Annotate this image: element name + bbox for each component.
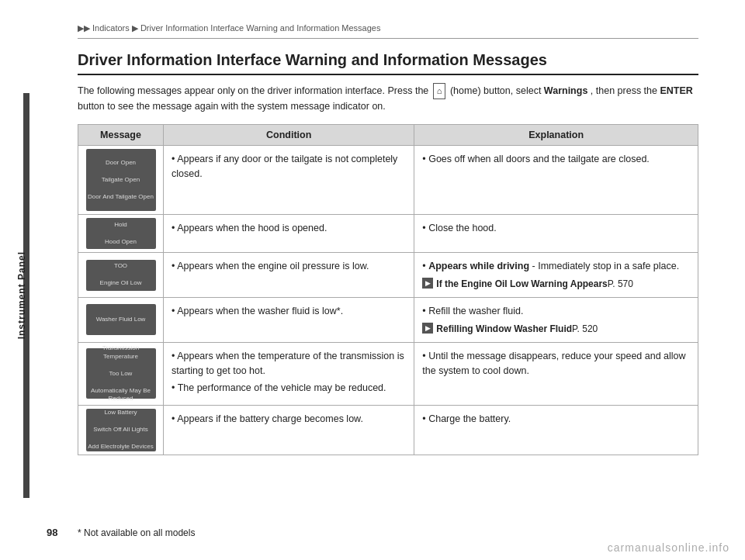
explanation-item: Close the hood. xyxy=(422,221,690,236)
condition-item: Appears when the engine oil pressure is … xyxy=(172,259,406,274)
intro-enter-bold: ENTER xyxy=(660,85,692,96)
table-row: HoldHood OpenAppears when the hood is op… xyxy=(78,215,698,253)
condition-item: Appears if the battery charge becomes lo… xyxy=(172,412,406,427)
explanation-item: Appears while driving - Immediately stop… xyxy=(422,259,690,274)
table-row: Washer Fluid LowAppears when the washer … xyxy=(78,298,698,343)
table-row: Door OpenTailgate OpenDoor And Tailgate … xyxy=(78,146,698,215)
col-header-message: Message xyxy=(78,125,164,146)
breadcrumb-arrow: ▶▶ xyxy=(78,23,90,33)
home-icon: ⌂ xyxy=(433,83,446,99)
sidebar-label-wrap: Instrument Panel xyxy=(0,93,43,498)
intro-text-middle: (home) button, select xyxy=(450,85,541,96)
condition-cell: Appears when the engine oil pressure is … xyxy=(164,253,414,298)
condition-item: Appears when the temperature of the tran… xyxy=(172,349,406,379)
intro-warnings-bold: Warnings xyxy=(544,85,587,96)
message-image-cell: Low BatterySwitch Off All LightsAdd Elec… xyxy=(78,406,164,455)
table-row: Transmission TemperatureToo LowAutomatic… xyxy=(78,342,698,405)
message-image-cell: Transmission TemperatureToo LowAutomatic… xyxy=(78,342,164,405)
message-image-cell: Door OpenTailgate OpenDoor And Tailgate … xyxy=(78,146,164,215)
breadcrumb: ▶▶ Indicators ▶ Driver Information Inter… xyxy=(78,23,698,39)
sidebar-label: Instrument Panel xyxy=(16,251,27,339)
breadcrumb-part2: Driver Information Interface Warning and… xyxy=(140,23,381,33)
condition-cell: Appears when the hood is opened. xyxy=(164,215,414,253)
breadcrumb-part1: Indicators xyxy=(92,23,130,33)
condition-item: Appears when the hood is opened. xyxy=(172,221,406,236)
reference-line: ▶Refilling Window Washer Fluid P. 520 xyxy=(422,322,690,336)
explanation-cell: Charge the battery. xyxy=(414,406,698,455)
watermark: carmanualsonline.info xyxy=(608,541,729,554)
condition-item: Appears if any door or the tailgate is n… xyxy=(172,152,406,181)
condition-item: The performance of the vehicle may be re… xyxy=(172,381,406,396)
warning-messages-table: Message Condition Explanation Door OpenT… xyxy=(78,124,698,455)
explanation-cell: Until the message disappears, reduce you… xyxy=(414,342,698,405)
breadcrumb-separator: ▶ xyxy=(132,23,140,33)
col-header-explanation: Explanation xyxy=(414,125,698,146)
ref-text: Refilling Window Washer Fluid xyxy=(436,322,572,336)
col-header-condition: Condition xyxy=(164,125,414,146)
explanation-item: Goes off when all doors and the tailgate… xyxy=(422,152,690,167)
explanation-cell: Close the hood. xyxy=(414,215,698,253)
ref-icon: ▶ xyxy=(422,323,433,334)
intro-text: The following messages appear only on th… xyxy=(78,83,698,113)
condition-cell: Appears when the washer fluid is low*. xyxy=(164,298,414,343)
page-number: 98 xyxy=(47,527,57,538)
condition-item: Appears when the washer fluid is low*. xyxy=(172,304,406,319)
table-row: Low BatterySwitch Off All LightsAdd Elec… xyxy=(78,406,698,455)
message-image-cell: TOOEngine Oil Low xyxy=(78,253,164,298)
intro-text-after: , then press the xyxy=(591,85,657,96)
message-image-cell: HoldHood Open xyxy=(78,215,164,253)
explanation-cell: Goes off when all doors and the tailgate… xyxy=(414,146,698,215)
ref-text: If the Engine Oil Low Warning Appears xyxy=(436,277,607,291)
reference-line: ▶If the Engine Oil Low Warning Appears P… xyxy=(422,277,690,291)
condition-cell: Appears when the temperature of the tran… xyxy=(164,342,414,405)
explanation-cell: Appears while driving - Immediately stop… xyxy=(414,253,698,298)
condition-cell: Appears if any door or the tailgate is n… xyxy=(164,146,414,215)
explanation-item: Until the message disappears, reduce you… xyxy=(422,349,690,379)
explanation-item: Refill the washer fluid. xyxy=(422,304,690,319)
explanation-item: Charge the battery. xyxy=(422,412,690,427)
ref-icon: ▶ xyxy=(422,278,433,289)
intro-text-before: The following messages appear only on th… xyxy=(78,85,428,96)
intro-text-end: button to see the message again with the… xyxy=(78,101,386,112)
explanation-cell: Refill the washer fluid.▶Refilling Windo… xyxy=(414,298,698,343)
condition-cell: Appears if the battery charge becomes lo… xyxy=(164,406,414,455)
footnote: * Not available on all models xyxy=(78,527,195,538)
table-row: TOOEngine Oil LowAppears when the engine… xyxy=(78,253,698,298)
message-image-cell: Washer Fluid Low xyxy=(78,298,164,343)
page-title: Driver Information Interface Warning and… xyxy=(78,51,698,75)
